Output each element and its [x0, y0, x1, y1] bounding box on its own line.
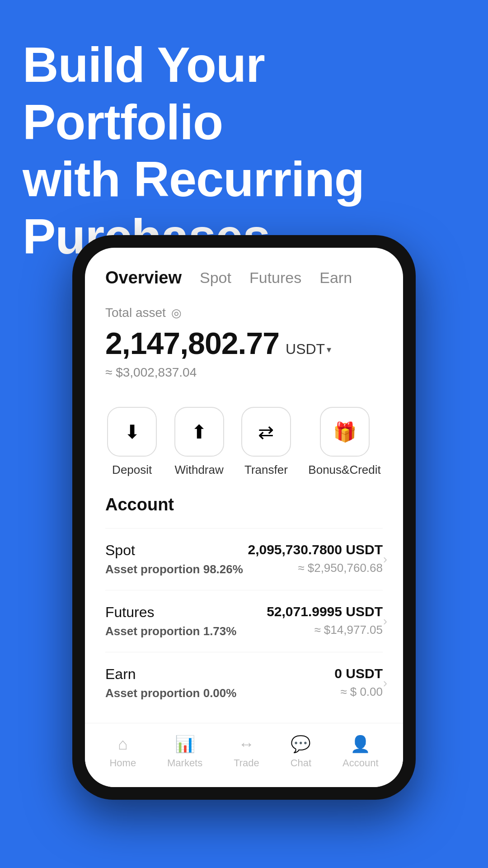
spot-account-item[interactable]: Spot Asset proportion 98.26% 2,095,730.7… — [105, 528, 383, 590]
bonus-icon: 🎁 — [320, 407, 370, 457]
futures-amount: 52,071.9995 USDT — [267, 604, 383, 619]
spot-name: Spot — [105, 542, 243, 559]
nav-account-label: Account — [343, 757, 379, 769]
trade-icon: ↔ — [238, 735, 254, 754]
action-buttons: ⬇ Deposit ⬆ Withdraw ⇄ Transfer 🎁 Bonus&… — [85, 393, 403, 495]
phone-screen: Overview Spot Futures Earn Total asset ◎… — [85, 248, 403, 787]
nav-home[interactable]: ⌂ Home — [109, 735, 136, 769]
earn-account-item[interactable]: Earn Asset proportion 0.00% 0 USDT ≈ $ 0… — [105, 652, 383, 714]
asset-section: Total asset ◎ 2,147,802.77 USDT ▾ ≈ $3,0… — [85, 297, 403, 393]
earn-usd: ≈ $ 0.00 — [334, 685, 383, 699]
tab-overview[interactable]: Overview — [105, 268, 182, 288]
futures-account-item[interactable]: Futures Asset proportion 1.73% 52,071.99… — [105, 590, 383, 652]
deposit-button[interactable]: ⬇ Deposit — [107, 407, 157, 477]
transfer-icon: ⇄ — [241, 407, 291, 457]
earn-name: Earn — [105, 666, 236, 683]
markets-icon: 📊 — [175, 735, 195, 754]
tab-earn[interactable]: Earn — [319, 269, 352, 287]
withdraw-button[interactable]: ⬆ Withdraw — [174, 407, 224, 477]
nav-trade-label: Trade — [234, 757, 259, 769]
bonus-label: Bonus&Credit — [308, 463, 380, 477]
phone-mockup: Overview Spot Futures Earn Total asset ◎… — [72, 235, 416, 800]
account-icon: 👤 — [350, 735, 371, 754]
nav-chat-label: Chat — [291, 757, 311, 769]
earn-amount: 0 USDT — [334, 666, 383, 681]
total-asset-label: Total asset — [105, 306, 166, 320]
hero-section: Build Your Portfolio with Recurring Purc… — [23, 36, 465, 265]
futures-name: Futures — [105, 604, 236, 621]
account-section: Account Spot Asset proportion 98.26% 2,0… — [85, 495, 403, 714]
earn-proportion: Asset proportion 0.00% — [105, 686, 236, 700]
asset-amount-number: 2,147,802.77 — [105, 326, 279, 361]
earn-chevron-icon: › — [383, 676, 387, 690]
transfer-button[interactable]: ⇄ Transfer — [241, 407, 291, 477]
futures-usd: ≈ $14,977.05 — [267, 623, 383, 637]
usd-equiv: ≈ $3,002,837.04 — [105, 365, 383, 380]
home-icon: ⌂ — [118, 735, 128, 754]
nav-home-label: Home — [109, 757, 136, 769]
bottom-nav: ⌂ Home 📊 Markets ↔ Trade 💬 Chat 👤 A — [85, 723, 403, 787]
tab-spot[interactable]: Spot — [200, 269, 231, 287]
bonus-credit-button[interactable]: 🎁 Bonus&Credit — [308, 407, 380, 477]
eye-icon[interactable]: ◎ — [171, 306, 182, 320]
withdraw-icon: ⬆ — [174, 407, 224, 457]
spot-usd: ≈ $2,950,760.68 — [248, 561, 383, 575]
chat-icon: 💬 — [291, 735, 311, 754]
asset-currency[interactable]: USDT ▾ — [286, 341, 331, 358]
withdraw-label: Withdraw — [174, 463, 223, 477]
nav-trade[interactable]: ↔ Trade — [234, 735, 259, 769]
tab-bar: Overview Spot Futures Earn — [85, 248, 403, 297]
currency-dropdown-icon[interactable]: ▾ — [327, 344, 331, 355]
nav-markets[interactable]: 📊 Markets — [167, 735, 202, 769]
nav-markets-label: Markets — [167, 757, 202, 769]
nav-account[interactable]: 👤 Account — [343, 735, 379, 769]
spot-chevron-icon: › — [383, 552, 387, 566]
hero-title: Build Your Portfolio with Recurring Purc… — [23, 36, 465, 265]
spot-amount: 2,095,730.7800 USDT — [248, 542, 383, 557]
transfer-label: Transfer — [244, 463, 288, 477]
futures-proportion: Asset proportion 1.73% — [105, 624, 236, 638]
account-title: Account — [105, 495, 383, 514]
futures-chevron-icon: › — [383, 614, 387, 628]
asset-amount-row: 2,147,802.77 USDT ▾ — [105, 326, 383, 361]
nav-chat[interactable]: 💬 Chat — [291, 735, 311, 769]
spot-proportion: Asset proportion 98.26% — [105, 562, 243, 576]
deposit-icon: ⬇ — [107, 407, 157, 457]
tab-futures[interactable]: Futures — [249, 269, 301, 287]
phone-shell: Overview Spot Futures Earn Total asset ◎… — [72, 235, 416, 800]
deposit-label: Deposit — [112, 463, 152, 477]
